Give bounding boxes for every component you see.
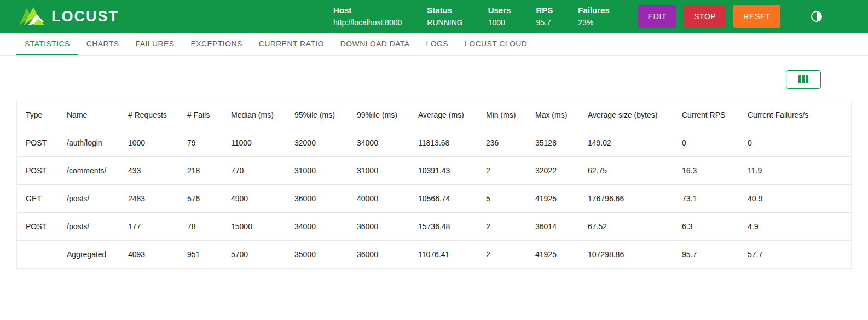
table-cell: POST xyxy=(17,157,58,185)
edit-button[interactable]: EDIT xyxy=(638,5,676,28)
columns-icon xyxy=(798,74,809,84)
table-cell: 2 xyxy=(477,241,526,269)
column-header-average-size-bytes[interactable]: Average size (bytes) xyxy=(579,101,673,129)
table-cell: 57.7 xyxy=(739,241,851,269)
table-cell: 10566.74 xyxy=(409,185,477,213)
table-cell: 32022 xyxy=(526,157,579,185)
table-cell: 176796.66 xyxy=(579,185,673,213)
column-header-min-ms[interactable]: Min (ms) xyxy=(477,101,526,129)
table-cell: 433 xyxy=(119,157,178,185)
dark-mode-toggle[interactable] xyxy=(810,10,823,23)
table-cell: 770 xyxy=(222,157,286,185)
table-row-posts: POST/posts/1777815000340003600015736.482… xyxy=(17,213,851,241)
table-cell: 67.52 xyxy=(579,213,673,241)
tab-statistics[interactable]: STATISTICS xyxy=(16,33,78,55)
table-cell: 34000 xyxy=(286,213,348,241)
table-cell: 0 xyxy=(739,129,851,157)
metric-value: 95.7 xyxy=(536,18,553,27)
table-cell: 0 xyxy=(673,129,739,157)
table-row-aggregated: Aggregated40939515700350003600011076.412… xyxy=(17,241,851,269)
table-cell: 79 xyxy=(178,129,222,157)
table-cell: 4093 xyxy=(119,241,178,269)
table-cell: 35128 xyxy=(526,129,579,157)
tab-current-ratio[interactable]: CURRENT RATIO xyxy=(251,33,332,55)
column-header-fails[interactable]: # Fails xyxy=(178,101,222,129)
stop-button[interactable]: STOP xyxy=(684,5,726,28)
locust-logo[interactable]: LOCUST xyxy=(19,7,119,26)
metric-value: 1000 xyxy=(488,18,511,27)
table-cell: 4900 xyxy=(222,185,286,213)
table-cell: Aggregated xyxy=(58,241,119,269)
table-cell: 6.3 xyxy=(673,213,739,241)
metric-value: 23% xyxy=(578,18,610,27)
table-cell: 73.1 xyxy=(673,185,739,213)
column-selector-button[interactable] xyxy=(786,70,821,89)
table-cell: 11.9 xyxy=(739,157,851,185)
table-cell: 31000 xyxy=(286,157,348,185)
tab-logs[interactable]: LOGS xyxy=(418,33,457,55)
table-cell: 95.7 xyxy=(673,241,739,269)
table-cell: 11000 xyxy=(222,129,286,157)
table-cell: 41925 xyxy=(526,185,579,213)
table-cell: 576 xyxy=(178,185,222,213)
table-cell: 11813.68 xyxy=(409,129,477,157)
metric-users: Users 1000 xyxy=(488,5,511,27)
table-cell: 62.75 xyxy=(579,157,673,185)
header-buttons: EDIT STOP RESET xyxy=(638,5,780,28)
column-header-current-rps[interactable]: Current RPS xyxy=(673,101,739,129)
dark-mode-icon xyxy=(810,10,823,23)
metric-status: Status RUNNING xyxy=(427,5,462,27)
column-header-95-ile-ms[interactable]: 95%ile (ms) xyxy=(286,101,348,129)
table-cell: 40000 xyxy=(348,185,409,213)
reset-button[interactable]: RESET xyxy=(733,5,780,28)
table-header-row: TypeName# Requests# FailsMedian (ms)95%i… xyxy=(17,101,851,129)
column-header-max-ms[interactable]: Max (ms) xyxy=(526,101,579,129)
metric-label: RPS xyxy=(536,5,553,15)
table-cell: 34000 xyxy=(348,129,409,157)
table-cell: 1000 xyxy=(119,129,178,157)
tab-failures[interactable]: FAILURES xyxy=(128,33,183,55)
table-cell: 236 xyxy=(477,129,526,157)
table-cell: 4.9 xyxy=(739,213,851,241)
metric-label: Host xyxy=(333,5,402,15)
column-header-requests[interactable]: # Requests xyxy=(119,101,178,129)
table-row-posts: GET/posts/24835764900360004000010566.745… xyxy=(17,185,851,213)
table-cell: 107298.86 xyxy=(579,241,673,269)
table-cell: 2 xyxy=(477,157,526,185)
table-cell xyxy=(17,241,58,269)
table-cell: 218 xyxy=(178,157,222,185)
table-cell: 149.02 xyxy=(579,129,673,157)
table-cell: 36000 xyxy=(348,213,409,241)
table-toolbar xyxy=(0,56,868,101)
table-cell: POST xyxy=(17,213,58,241)
table-cell: 15736.48 xyxy=(409,213,477,241)
metric-label: Users xyxy=(488,5,511,15)
table-cell: /posts/ xyxy=(58,185,119,213)
column-header-type[interactable]: Type xyxy=(17,101,58,129)
column-header-name[interactable]: Name xyxy=(58,101,119,129)
column-header-average-ms[interactable]: Average (ms) xyxy=(409,101,477,129)
metric-value: http://localhost:8000 xyxy=(333,18,402,27)
column-header-median-ms[interactable]: Median (ms) xyxy=(222,101,286,129)
table-cell: 32000 xyxy=(286,129,348,157)
tab-download-data[interactable]: DOWNLOAD DATA xyxy=(332,33,418,55)
table-cell: 35000 xyxy=(286,241,348,269)
column-header-current-failures-s[interactable]: Current Failures/s xyxy=(739,101,851,129)
table-cell: 16.3 xyxy=(673,157,739,185)
table-cell: 40.9 xyxy=(739,185,851,213)
tab-locust-cloud[interactable]: LOCUST CLOUD xyxy=(456,33,535,55)
metric-rps: RPS 95.7 xyxy=(536,5,553,27)
metric-value: RUNNING xyxy=(427,18,462,27)
tab-charts[interactable]: CHARTS xyxy=(78,33,128,55)
column-header-99-ile-ms[interactable]: 99%ile (ms) xyxy=(348,101,409,129)
table-cell: 36014 xyxy=(526,213,579,241)
table-cell: /auth/login xyxy=(58,129,119,157)
table-cell: 5 xyxy=(477,185,526,213)
table-row-auth-login: POST/auth/login1000791100032000340001181… xyxy=(17,129,851,157)
table-body: POST/auth/login1000791100032000340001181… xyxy=(17,129,851,269)
metric-label: Failures xyxy=(578,5,610,15)
tab-exceptions[interactable]: EXCEPTIONS xyxy=(182,33,250,55)
table-cell: 36000 xyxy=(348,241,409,269)
metric-failures: Failures 23% xyxy=(578,5,610,27)
table-cell: 11076.41 xyxy=(409,241,477,269)
